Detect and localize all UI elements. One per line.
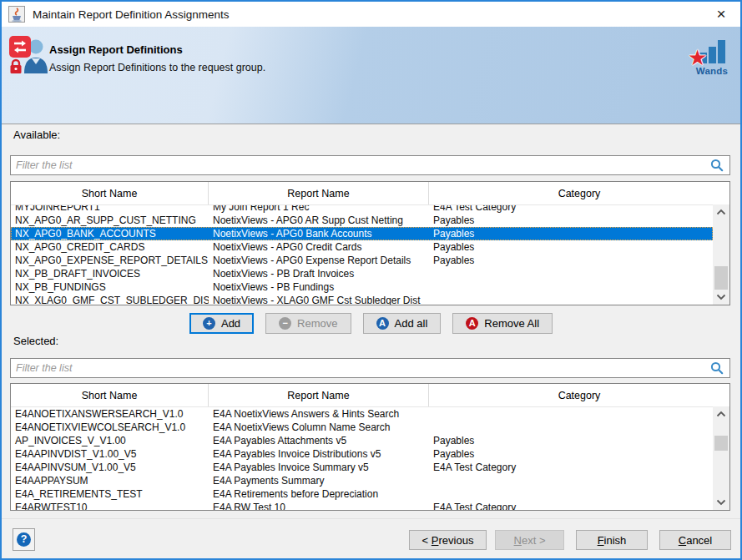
previous-button-label-rest: revious [438,534,473,547]
add-button[interactable]: + Add [189,313,254,334]
cell-report-name: E4A Retirements before Depreciation [209,488,429,500]
wands-logo: ★ Wands [693,38,731,76]
cancel-button-label-rest: ancel [686,534,712,547]
cell-report-name: NoetixViews - XLAG0 GMF Cst Subledger Di… [209,295,429,305]
add-all-button[interactable]: A Add all [363,313,442,334]
table-row[interactable]: E4A_RETIREMENTS_TEST E4A Retirements bef… [11,487,713,501]
table-row[interactable]: NX_APG0_CREDIT_CARDS NoetixViews - APG0 … [11,240,713,254]
scroll-down-icon[interactable] [713,290,729,304]
cell-short-name: NX_APG0_BANK_ACCOUNTS [11,228,209,240]
search-icon[interactable] [710,361,724,375]
star-icon: ★ [688,47,707,68]
table-row[interactable]: E4ANOETIXVIEWCOLSEARCH_V1.0 E4A NoetixVi… [11,421,713,434]
search-icon[interactable] [710,159,724,172]
table-row[interactable]: E4AAPPAYSUM E4A Payments Summary [11,474,713,487]
finish-mnemonic: F [598,534,604,547]
add-button-label: Add [221,317,240,330]
cell-category: E4A Test Category [429,502,713,510]
selected-scrollbar[interactable] [713,406,729,510]
plus-circle-icon: + [203,317,215,330]
cell-short-name: E4AAPINVSUM_V1.00_V5 [11,462,209,473]
cell-short-name: NX_PB_DRAFT_INVOICES [11,268,209,280]
available-scrollbar[interactable] [713,204,729,305]
assignment-actions: + Add − Remove A Add all A Remove All [2,313,740,334]
column-header-report-name[interactable]: Report Name [209,384,429,406]
cell-report-name: My Join Report 1 Rec [209,204,429,213]
column-header-short-name[interactable]: Short Name [11,384,209,406]
table-row[interactable]: E4ARWTEST10 E4A RW Test 10 E4A Test Cate… [11,501,713,510]
cell-short-name: E4ARWTEST10 [11,502,209,510]
available-label: Available: [13,129,60,141]
next-button-label-rest: ext > [522,534,546,547]
cell-report-name: E4A NoetixViews Column Name Search [209,421,429,433]
cell-report-name: E4A Payments Summary [209,475,429,487]
next-button[interactable]: Next > [495,530,564,550]
wands-logo-bars: ★ [693,38,731,63]
scroll-up-icon[interactable] [713,407,729,421]
remove-button[interactable]: − Remove [265,313,351,334]
column-header-category[interactable]: Category [429,384,729,406]
logo-bar [709,47,716,63]
table-row[interactable]: NX_APG0_EXPENSE_REPORT_DETAILS NoetixVie… [11,254,713,267]
table-row[interactable]: NX_PB_FUNDINGS NoetixViews - PB Fundings [11,280,713,294]
scroll-up-icon[interactable] [713,205,729,219]
cell-report-name: NoetixViews - APG0 AR Supp Cust Netting [209,214,429,226]
cell-short-name: NX_XLAG0_GMF_CST_SUBLEDGER_DIS [11,295,209,305]
table-row[interactable]: NX_XLAG0_GMF_CST_SUBLEDGER_DIS NoetixVie… [11,294,713,305]
column-header-report-name[interactable]: Report Name [209,182,429,204]
remove-all-button-label: Remove All [484,317,539,330]
column-header-short-name[interactable]: Short Name [11,182,209,204]
cell-report-name: NoetixViews - APG0 Expense Report Detail… [209,255,429,266]
table-row[interactable]: AP_INVOICES_V_V1.00 E4A Payables Attachm… [11,434,713,447]
cancel-button[interactable]: Cancel [659,530,731,550]
scrollbar-thumb[interactable] [714,436,728,451]
available-filter-input[interactable] [11,156,710,174]
table-row[interactable]: E4AAPINVSUM_V1.00_V5 E4A Payables Invoic… [11,461,713,474]
selected-label: Selected: [13,335,58,347]
cell-short-name: NX_PB_FUNDINGS [11,281,209,293]
scrollbar-thumb[interactable] [714,266,728,290]
logo-bar [718,40,725,63]
dialog-window: Maintain Report Definition Assignments ×… [0,0,742,560]
selected-table: Short Name Report Name Category E4ANOETI… [10,383,730,511]
table-row[interactable]: NX_PB_DRAFT_INVOICES NoetixViews - PB Dr… [11,267,713,280]
cell-short-name: E4ANOETIXVIEWCOLSEARCH_V1.0 [11,421,209,433]
selected-table-body: E4ANOETIXANSWERSEARCH_V1.0 E4A NoetixVie… [11,406,713,510]
minus-circle-icon: − [279,317,291,330]
java-icon [8,6,25,23]
remove-all-button[interactable]: A Remove All [452,313,553,334]
available-table-header: Short Name Report Name Category [11,182,729,204]
cell-category: E4A Test Category [429,462,713,473]
cell-short-name: E4A_RETIREMENTS_TEST [11,488,209,500]
next-mnemonic: N [514,534,522,547]
dialog-footer: ? < Previous Next > Finish Cancel [2,518,740,558]
table-row[interactable]: MYJOINREPORT1 My Join Report 1 Rec E4A T… [11,204,713,214]
cell-report-name: E4A Payables Invoice Summary v5 [209,462,429,473]
previous-mnemonic: P [432,534,439,547]
table-row[interactable]: E4ANOETIXANSWERSEARCH_V1.0 E4A NoetixVie… [11,407,713,421]
finish-button[interactable]: Finish [576,530,648,550]
cell-category: Payables [429,435,713,446]
cell-category: Payables [429,255,713,266]
table-row[interactable]: NX_APG0_BANK_ACCOUNTS NoetixViews - APG0… [11,227,713,240]
cell-category: Payables [429,241,713,253]
cell-short-name: NX_APG0_CREDIT_CARDS [11,241,209,253]
selected-filter-input[interactable] [11,359,710,377]
help-button[interactable]: ? [13,528,35,551]
remove-button-label: Remove [297,317,337,330]
question-circle-icon: ? [17,532,31,547]
close-icon[interactable]: × [707,2,735,27]
scroll-down-icon[interactable] [713,496,729,509]
cell-category: Payables [429,228,713,240]
cell-short-name: E4AAPINVDIST_V1.00_V5 [11,448,209,460]
cell-report-name: NoetixViews - APG0 Bank Accounts [209,228,429,240]
cell-short-name: E4AAPPAYSUM [11,475,209,487]
cell-report-name: NoetixViews - PB Draft Invoices [209,268,429,280]
table-row[interactable]: E4AAPINVDIST_V1.00_V5 E4A Payables Invoi… [11,447,713,461]
selected-table-header: Short Name Report Name Category [11,384,729,406]
table-row[interactable]: NX_APG0_AR_SUPP_CUST_NETTING NoetixViews… [11,214,713,227]
previous-button[interactable]: < Previous [409,530,487,550]
cell-category: Payables [429,448,713,460]
column-header-category[interactable]: Category [429,182,729,204]
cell-report-name: E4A Payables Invoice Distributions v5 [209,448,429,460]
